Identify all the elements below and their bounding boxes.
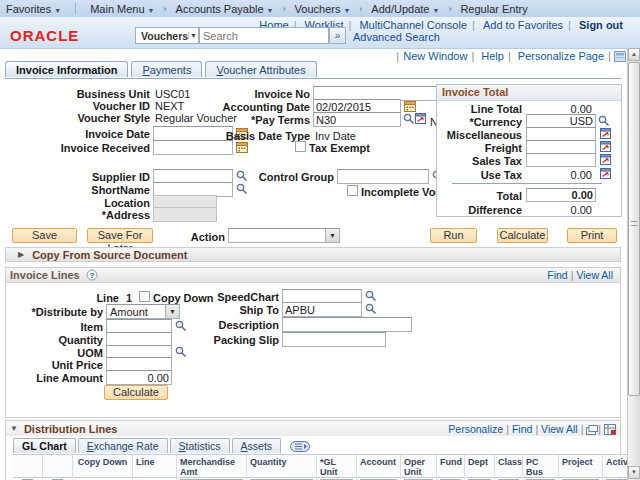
find-link[interactable]: Find [547,269,567,281]
miscellaneous-field[interactable] [526,127,596,141]
copy-down-checkbox[interactable] [139,291,150,302]
currency-label: *Currency [446,116,522,128]
invoice-total-title: Invoice Total [437,85,621,101]
pay-terms-field[interactable] [313,112,401,127]
address-field [153,207,217,222]
add-to-favorites-link[interactable]: Add to Favorites [483,19,563,31]
personalize-page-link[interactable]: Personalize Page [518,50,604,62]
oracle-logo: ORACLE [10,27,79,44]
invoice-lines-links: Find|View All [544,269,616,281]
new-window-link[interactable]: New Window [403,50,467,62]
help-link[interactable]: Help [481,50,504,62]
collapse-arrow-icon[interactable]: ▼ [10,424,18,433]
location-label: Location [10,197,150,209]
breadcrumb-vouchers[interactable]: Vouchers▼ [289,3,357,15]
search-input[interactable] [199,27,329,44]
sales-tax-field[interactable] [526,153,596,167]
invoice-date-label: Invoice Date [10,128,150,140]
view-all-link[interactable]: View All [541,423,578,435]
scroll-up-button[interactable]: ▲ [628,48,640,61]
divider [75,3,76,14]
main-menu[interactable]: Main Menu▼ [84,3,160,15]
currency-detail-icon[interactable] [600,141,611,152]
tab-gl-chart[interactable]: GL Chart [13,438,76,453]
chevron-down-icon: ▼ [165,305,179,318]
pay-terms-detail-icon[interactable] [415,113,426,124]
grid-col-project: Project [559,455,603,477]
search-scope-select[interactable]: Vouchers ▼ [135,27,199,44]
vertical-scrollbar[interactable]: ▲ ▼ [627,48,640,480]
freight-field[interactable] [526,140,596,154]
lookup-icon[interactable] [236,183,248,195]
line-amount-label: Line Amount [6,372,103,384]
currency-detail-icon[interactable] [600,128,611,139]
search-go-button[interactable]: » [329,27,346,44]
scroll-down-button[interactable]: ▼ [628,466,640,479]
pay-terms-label: *Pay Terms [170,114,310,126]
save-button[interactable]: Save [12,228,77,243]
breadcrumb-regular-entry: Regular Entry [454,3,533,15]
help-icon[interactable]: ? [86,269,98,281]
save-for-later-button[interactable]: Save For Later [87,228,153,243]
currency-detail-icon[interactable] [600,168,611,179]
find-link[interactable]: Find [512,423,532,435]
view-all-link[interactable]: View All [576,269,613,281]
lookup-icon[interactable] [365,290,377,302]
breadcrumb-accounts-payable[interactable]: Accounts Payable▼ [170,3,280,15]
scrollbar-thumb[interactable] [628,62,640,396]
line-amount-field[interactable] [106,370,172,385]
tab-exchange-rate[interactable]: Exchange Rate [78,438,168,453]
lookup-icon[interactable] [365,303,377,315]
copy-from-source-section[interactable]: ▶ Copy From Source Document [5,247,621,262]
total-field[interactable] [526,188,596,202]
supplier-id-label: Supplier ID [10,171,150,183]
expand-arrow-icon[interactable]: ▶ [18,250,24,259]
breadcrumb: Favorites▼ Main Menu▼ › Accounts Payable… [0,0,640,18]
lookup-icon[interactable] [598,115,610,127]
grid-col-line: Line [133,455,177,477]
tab-invoice-information[interactable]: Invoice Information [5,61,128,77]
breadcrumb-separator: › [280,4,289,14]
show-all-tabs-icon[interactable] [290,441,310,452]
accounting-date-label: Accounting Date [170,101,310,113]
tab-assets[interactable]: Assets [232,438,282,453]
calendar-icon[interactable] [236,141,248,153]
copy-url-icon[interactable] [614,51,626,62]
difference-value: 0.00 [530,204,592,216]
unit-price-label: Unit Price [6,359,103,371]
packing-slip-field[interactable] [282,332,386,347]
favorites-menu[interactable]: Favorites▼ [0,3,67,15]
description-field[interactable] [282,317,412,332]
grid-col-dept: Dept [465,455,495,477]
tax-exempt-checkbox[interactable] [295,141,306,152]
ship-to-field[interactable] [282,302,362,317]
personalize-link[interactable]: Personalize [448,423,503,435]
sign-out-link[interactable]: Sign out [579,19,623,31]
line-calculate-button[interactable]: Calculate [104,385,168,400]
control-group-field[interactable] [337,169,429,184]
action-select[interactable]: ▼ [228,228,340,243]
currency-field[interactable] [526,114,596,128]
multichannel-console-link[interactable]: MultiChannel Console [359,19,467,31]
grid-col-quantity: Quantity [247,455,317,477]
print-button[interactable]: Print [567,228,617,243]
chevron-down-icon: ▼ [325,229,339,242]
distribute-by-select[interactable]: Amount ▼ [106,304,180,319]
advanced-search-link[interactable]: Advanced Search [353,31,440,43]
zoom-grid-icon[interactable] [586,425,598,435]
distribution-tabs: GL ChartExchange RateStatisticsAssets [13,438,310,453]
lookup-icon[interactable] [175,346,187,358]
invoice-received-field[interactable] [153,140,233,155]
download-grid-icon[interactable] [604,424,616,435]
invoice-lines-section: Invoice Lines ? Find|View All Line 1 Cop… [5,267,621,418]
run-button[interactable]: Run [430,228,477,243]
lookup-icon[interactable] [403,113,415,125]
calculate-button[interactable]: Calculate [497,228,548,243]
tab-statistics[interactable]: Statistics [170,438,230,453]
incomplete-voucher-checkbox[interactable] [347,185,358,196]
calendar-icon[interactable] [404,100,416,112]
currency-detail-icon[interactable] [600,154,611,165]
tab-voucher-attributes[interactable]: Voucher Attributes [205,61,316,77]
breadcrumb-add-update[interactable]: Add/Update▼ [365,3,445,15]
tab-payments[interactable]: Payments [131,61,202,77]
